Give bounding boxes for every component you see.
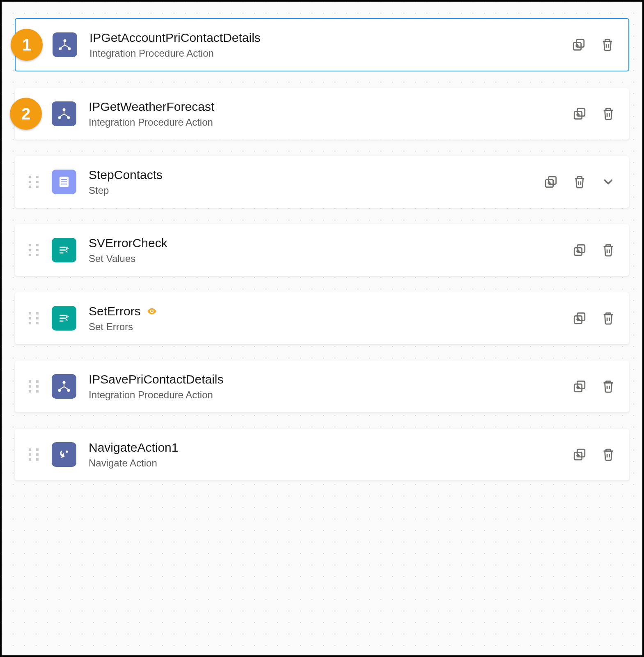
drag-handle[interactable] — [29, 448, 40, 461]
svg-point-27 — [63, 381, 66, 384]
card-actions — [573, 243, 615, 257]
card-subtitle: Set Values — [89, 253, 564, 264]
card-subtitle: Step — [89, 185, 536, 196]
card-text: IPSavePriContactDetails Integration Proc… — [89, 372, 564, 401]
expand-button[interactable] — [601, 175, 615, 189]
card-actions — [544, 175, 615, 189]
card-actions — [573, 448, 615, 462]
card-text: IPGetWeatherForecast Integration Procedu… — [89, 99, 564, 128]
delete-button[interactable] — [601, 107, 615, 121]
element-card[interactable]: SVErrorCheck Set Values — [15, 224, 629, 276]
svg-rect-17 — [60, 250, 66, 251]
card-subtitle: Integration Procedure Action — [89, 389, 564, 401]
clone-button[interactable] — [573, 243, 587, 257]
card-subtitle: Set Errors — [89, 321, 564, 333]
card-actions — [572, 38, 614, 52]
card-title: IPSavePriContactDetails — [89, 372, 223, 387]
card-text: IPGetAccountPriContactDetails Integratio… — [89, 30, 564, 59]
set-errors-icon — [52, 306, 76, 331]
callout-badge-1: 1 — [11, 29, 43, 61]
card-text: StepContacts Step — [89, 168, 536, 196]
delete-button[interactable] — [601, 243, 615, 257]
delete-button[interactable] — [601, 311, 615, 325]
delete-button[interactable] — [601, 448, 615, 462]
integration-procedure-icon — [52, 374, 76, 399]
clone-button[interactable] — [573, 311, 587, 325]
card-title: NavigateAction1 — [89, 440, 178, 455]
drag-handle[interactable] — [29, 380, 40, 393]
canvas: 1 IPGetAccountPriContactDetails Integrat… — [0, 0, 644, 657]
conditional-view-icon — [147, 306, 157, 317]
integration-procedure-icon — [53, 32, 77, 57]
card-subtitle: Integration Procedure Action — [89, 117, 564, 128]
card-title: IPGetAccountPriContactDetails — [89, 30, 261, 45]
delete-button[interactable] — [601, 379, 615, 393]
card-actions — [573, 379, 615, 393]
svg-rect-13 — [61, 184, 67, 184]
svg-point-32 — [66, 450, 68, 453]
svg-rect-23 — [60, 321, 64, 322]
svg-point-5 — [63, 108, 66, 111]
card-title: IPGetWeatherForecast — [89, 99, 214, 114]
card-title: StepContacts — [89, 168, 163, 182]
element-card[interactable]: 1 IPGetAccountPriContactDetails Integrat… — [15, 18, 629, 71]
set-values-icon — [52, 238, 76, 262]
integration-procedure-icon — [52, 101, 76, 126]
clone-button[interactable] — [573, 448, 587, 462]
card-text: NavigateAction1 Navigate Action — [89, 440, 564, 469]
svg-point-24 — [151, 310, 153, 312]
clone-button[interactable] — [573, 379, 587, 393]
card-title: SetErrors — [89, 304, 141, 319]
clone-button[interactable] — [544, 175, 558, 189]
drag-handle[interactable] — [29, 312, 40, 324]
element-card[interactable]: StepContacts Step — [15, 156, 629, 208]
card-actions — [573, 311, 615, 325]
clone-button[interactable] — [572, 38, 586, 52]
svg-rect-22 — [60, 318, 66, 319]
svg-rect-16 — [60, 247, 66, 248]
card-actions — [573, 107, 615, 121]
element-card[interactable]: NavigateAction1 Navigate Action — [15, 429, 629, 480]
callout-badge-2: 2 — [10, 98, 42, 130]
card-subtitle: Integration Procedure Action — [89, 48, 564, 59]
svg-rect-21 — [60, 315, 66, 316]
svg-point-0 — [64, 39, 66, 42]
svg-rect-11 — [61, 179, 67, 180]
card-title: SVErrorCheck — [89, 236, 167, 250]
navigate-action-icon — [52, 442, 76, 467]
delete-button[interactable] — [573, 175, 587, 189]
card-text: SVErrorCheck Set Values — [89, 236, 564, 264]
element-card[interactable]: 2 IPGetWeatherForecast Integration Proce… — [15, 88, 629, 140]
drag-handle[interactable] — [29, 244, 40, 256]
card-text: SetErrors Set Errors — [89, 304, 564, 333]
svg-rect-18 — [60, 253, 64, 254]
delete-button[interactable] — [600, 38, 614, 52]
element-card[interactable]: IPSavePriContactDetails Integration Proc… — [15, 361, 629, 412]
step-icon — [52, 170, 76, 194]
element-card[interactable]: SetErrors Set Errors — [15, 292, 629, 344]
svg-rect-12 — [61, 181, 67, 182]
card-subtitle: Navigate Action — [89, 457, 564, 469]
clone-button[interactable] — [573, 107, 587, 121]
drag-handle[interactable] — [29, 176, 40, 188]
